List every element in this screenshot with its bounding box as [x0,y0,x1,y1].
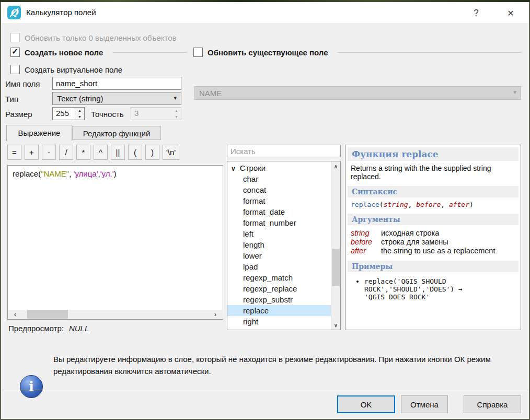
qgis-logo-icon: Q [7,6,21,19]
checkbox-box[interactable] [10,65,20,74]
argument-description: the string to use as a replacement [381,247,495,255]
function-item-format[interactable]: format [227,195,331,206]
field-size-spinner[interactable]: 255 ▲ ▼ [52,107,85,120]
operator-button[interactable]: + [25,145,39,160]
expression-token: replace( [13,169,41,178]
scrollbar-thumb[interactable] [332,249,340,286]
function-item-length[interactable]: length [227,239,331,250]
function-tree: ∨Строкиcharconcatformatformat_dateformat… [227,162,331,327]
function-item-regexp_replace[interactable]: regexp_replace [227,283,331,294]
syntax-argument: before [416,201,441,208]
field-name-input[interactable] [52,77,181,90]
search-input[interactable] [227,145,341,157]
field-name-label: Имя поля [5,79,40,88]
function-item-right[interactable]: right [227,316,331,327]
operator-button[interactable]: ( [128,145,142,160]
cancel-button[interactable]: Отмена [401,395,448,413]
function-item-regexp_match[interactable]: regexp_match [227,272,331,283]
operator-button[interactable]: * [76,145,90,160]
ok-button[interactable]: OK [337,395,395,413]
help-button[interactable]: Справка [464,395,521,413]
scroll-down-icon[interactable]: ∨ [331,320,340,330]
checkbox-create-new-field[interactable]: Создать новое поле [10,48,103,57]
expression-token: 'улица' [74,169,98,178]
argument-row: beforeстрока для замены [351,238,515,246]
checkbox-box[interactable] [10,48,20,57]
checkbox-label: Обновить только 0 выделенных объектов [25,33,176,42]
operator-button[interactable]: ^ [94,145,108,160]
checkbox-update-existing-field[interactable]: Обновить существующее поле [193,48,328,57]
expression-token: 'ул.' [100,169,114,178]
operator-button[interactable]: = [7,145,21,160]
checkbox-update-selected-features[interactable]: Обновить только 0 выделенных объектов [10,33,176,42]
vertical-scrollbar[interactable]: ∧ ∨ [331,161,340,330]
output-preview: Предпросмотр:NULL [8,324,89,333]
dialog-content: Обновить только 0 выделенных объектов Со… [1,23,529,419]
checkbox-label: Создать новое поле [25,48,103,57]
function-group-label: Строки [240,164,266,172]
argument-description: строка для замены [381,238,448,246]
scroll-left-icon[interactable]: ‹ [8,310,22,319]
existing-field-dropdown: NAME ▾ [194,86,521,100]
expression-token: ) [114,169,117,178]
edit-mode-warning: Вы редактируете информацию в слое, котор… [53,354,513,377]
window-close-button[interactable]: ✕ [502,6,520,20]
scrollbar-thumb[interactable] [27,310,68,319]
function-item-format_number[interactable]: format_number [227,217,331,228]
spin-down-icon: ▼ [172,114,181,120]
function-item-left[interactable]: left [227,228,331,239]
arguments-heading: Аргументы [348,214,519,225]
checkbox-box[interactable] [193,48,203,57]
function-item-regexp_substr[interactable]: regexp_substr [227,294,331,305]
function-item-char[interactable]: char [227,173,331,184]
function-help-panel: Функция replace Returns a string with th… [345,145,521,330]
examples-heading: Примеры [348,261,519,272]
operator-button[interactable]: '\n' [163,145,179,160]
syntax-function-name: replace [351,201,379,208]
field-calculator-dialog: Q Калькулятор полей ? ✕ Обновить только … [0,0,530,420]
function-item-format_date[interactable]: format_date [227,206,331,217]
field-precision-label: Точность [91,110,124,119]
chevron-down-icon: ▾ [174,95,177,101]
field-size-value: 255 [56,109,69,118]
operator-button[interactable]: - [42,145,56,160]
function-list[interactable]: ∨Строкиcharconcatformatformat_dateformat… [227,161,341,330]
field-type-dropdown[interactable]: Текст (string) ▾ [52,92,181,105]
operator-button[interactable]: ) [145,145,159,160]
field-type-label: Тип [5,95,18,103]
tab-function-editor[interactable]: Редактор функций [72,126,161,140]
function-group[interactable]: ∨Строки [227,162,331,173]
separator [2,390,528,390]
scroll-right-icon[interactable]: › [209,310,222,319]
syntax-argument: string [384,201,408,208]
function-item-replace[interactable]: replace [227,305,331,316]
expression-editor[interactable]: replace("NAME", 'улица','ул.') ‹ › [7,165,223,320]
spin-up-icon[interactable]: ▲ [75,108,84,114]
syntax-heading: Синтаксис [348,186,519,197]
function-item-lower[interactable]: lower [227,250,331,261]
syntax-argument: after [449,201,469,208]
function-item-lpad[interactable]: lpad [227,261,331,272]
groupbox-line [112,52,187,53]
tab-expression[interactable]: Выражение [6,125,72,141]
chevron-down-icon: ▾ [513,89,516,96]
spin-down-icon[interactable]: ▼ [75,114,84,120]
expression-text: replace("NAME", 'улица','ул.') [13,169,117,178]
operator-button[interactable]: / [59,145,73,160]
chevron-down-icon: ∨ [231,165,236,172]
preview-label: Предпросмотр: [8,324,64,333]
checkbox-box[interactable] [10,33,20,42]
expression-token: , [69,169,73,178]
checkbox-create-virtual-field[interactable]: Создать виртуальное поле [10,65,122,74]
operator-button[interactable]: || [111,145,125,160]
argument-name: before [351,238,381,246]
spin-up-icon: ▲ [172,108,181,114]
scroll-up-icon[interactable]: ∧ [331,161,340,171]
info-icon: i [20,375,43,398]
field-size-label: Размер [5,110,32,119]
checkbox-label: Создать виртуальное поле [25,65,122,74]
function-item-concat[interactable]: concat [227,184,331,195]
horizontal-scrollbar[interactable]: ‹ › [8,310,222,319]
window-help-button[interactable]: ? [467,6,485,20]
field-type-value: Текст (string) [57,94,103,103]
